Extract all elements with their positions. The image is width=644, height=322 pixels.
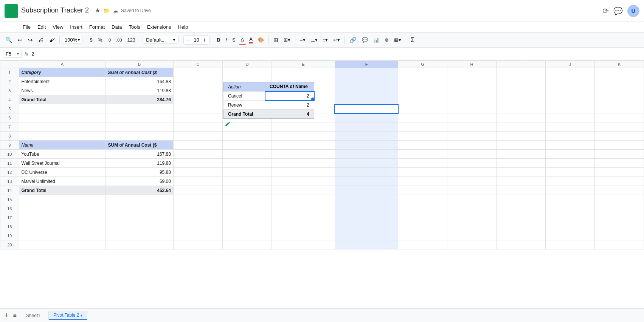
zoom-control[interactable]: 100% ▾	[62, 36, 82, 44]
document-title[interactable]: Subscription Tracker 2	[21, 6, 89, 14]
text-wrap-button[interactable]: ↩▾	[331, 36, 342, 44]
cell-G1[interactable]	[398, 68, 447, 77]
col-header-F[interactable]: F	[335, 61, 398, 68]
cell-J4[interactable]	[545, 95, 594, 104]
pivot-tab-arrow[interactable]: ▾	[81, 313, 82, 317]
menu-tools[interactable]: Tools	[126, 23, 143, 31]
menu-help[interactable]: Help	[175, 23, 191, 31]
cell-B14[interactable]: 452.64	[106, 186, 173, 195]
comment-button[interactable]: 💬	[360, 36, 370, 44]
comment-icon[interactable]: 💬	[613, 6, 623, 15]
cell-C4[interactable]	[173, 95, 222, 104]
col-header-G[interactable]: G	[398, 61, 447, 68]
cell-F5[interactable]	[335, 104, 398, 113]
cell-K1[interactable]	[594, 68, 644, 77]
cell-G5[interactable]	[398, 104, 447, 113]
format-123-button[interactable]: 123	[125, 36, 138, 44]
row-num-1[interactable]: 1	[0, 68, 19, 77]
rotate-button[interactable]: ↕▾	[321, 36, 331, 44]
cell-F1[interactable]	[335, 68, 398, 77]
cell-A2[interactable]: Entertainment	[19, 77, 106, 86]
cell-G3[interactable]	[398, 86, 447, 95]
decimal-dec-button[interactable]: .0	[105, 36, 113, 44]
sheet-list-button[interactable]: ≡	[12, 312, 18, 319]
cell-A5[interactable]	[19, 104, 106, 113]
row-num-2[interactable]: 2	[0, 77, 19, 86]
cell-B3[interactable]: 119.88	[106, 86, 173, 95]
undo-button[interactable]: ↩	[16, 35, 25, 45]
font-size-increase[interactable]: +	[202, 37, 207, 43]
align-button[interactable]: ≡▾	[298, 36, 308, 44]
cell-I4[interactable]	[497, 95, 546, 104]
cloud-icon[interactable]: ☁	[113, 8, 118, 14]
cell-A11[interactable]: Wall Street Journal	[19, 159, 106, 168]
cell-C1[interactable]	[173, 68, 222, 77]
currency-button[interactable]: $	[87, 36, 95, 44]
row-num-12[interactable]: 12	[0, 168, 19, 177]
row-num-4[interactable]: 4	[0, 95, 19, 104]
menu-insert[interactable]: Insert	[67, 23, 85, 31]
cell-A10[interactable]: YouTube	[19, 150, 106, 159]
row-num-17[interactable]: 17	[0, 213, 19, 222]
cell-ref-arrow[interactable]: ▾	[17, 52, 19, 56]
cell-A14[interactable]: Grand Total	[19, 186, 106, 195]
filter-button[interactable]: ⊛	[382, 36, 391, 44]
row-num-5[interactable]: 5	[0, 104, 19, 113]
cell-H2[interactable]	[447, 77, 497, 86]
row-num-14[interactable]: 14	[0, 186, 19, 195]
cell-reference-box[interactable]: F5 ▾	[3, 50, 22, 58]
row-num-20[interactable]: 20	[0, 240, 19, 249]
col-header-A[interactable]: A	[19, 61, 106, 68]
font-size-decrease[interactable]: −	[186, 37, 191, 43]
cell-A1[interactable]: Category	[19, 68, 106, 77]
cell-H4[interactable]	[447, 95, 497, 104]
row-num-9[interactable]: 9	[0, 141, 19, 150]
cell-F3[interactable]	[335, 86, 398, 95]
sheet-tab-pivot-table-2[interactable]: Pivot Table 2 ▾	[48, 311, 88, 320]
redo-button[interactable]: ↪	[26, 35, 35, 45]
pivot-cell-renew-label[interactable]: Renew	[223, 101, 265, 110]
cell-H1[interactable]	[447, 68, 497, 77]
cell-A4[interactable]: Grand Total	[19, 95, 106, 104]
menu-format[interactable]: Format	[86, 23, 108, 31]
sheet-tab-sheet1[interactable]: Sheet1	[20, 311, 47, 320]
add-sheet-button[interactable]: +	[3, 311, 10, 319]
link-button[interactable]: 🔗	[347, 35, 359, 45]
col-header-C[interactable]: C	[173, 61, 222, 68]
cell-D1[interactable]	[222, 68, 272, 77]
font-size-control[interactable]: − 10 +	[183, 36, 209, 45]
text-color-button[interactable]: A	[247, 35, 255, 45]
cell-G2[interactable]	[398, 77, 447, 86]
cell-C2[interactable]	[173, 77, 222, 86]
pivot-cell-cancel-value[interactable]: 2	[265, 91, 314, 101]
formula-input[interactable]	[31, 51, 641, 57]
menu-edit[interactable]: Edit	[34, 23, 49, 31]
pivot-header-action[interactable]: Action	[223, 82, 265, 91]
font-family-selector[interactable]: Default... ▾	[143, 36, 178, 44]
cell-B12[interactable]: 95.88	[106, 168, 173, 177]
cell-E1[interactable]	[272, 68, 335, 77]
pivot-header-counta[interactable]: COUNTA of Name	[265, 82, 314, 91]
fill-color-button[interactable]: 🎨	[256, 36, 266, 44]
col-header-B[interactable]: B	[106, 61, 173, 68]
row-num-13[interactable]: 13	[0, 177, 19, 186]
row-num-16[interactable]: 16	[0, 204, 19, 213]
font-size-value[interactable]: 10	[193, 37, 200, 43]
percent-button[interactable]: %	[95, 36, 104, 44]
cell-B10[interactable]: 167.88	[106, 150, 173, 159]
row-num-11[interactable]: 11	[0, 159, 19, 168]
row-num-10[interactable]: 10	[0, 150, 19, 159]
italic-button[interactable]: I	[223, 36, 229, 44]
pivot-cell-renew-value[interactable]: 2	[265, 101, 314, 110]
cell-K3[interactable]	[594, 86, 644, 95]
cell-A9[interactable]: Name	[19, 141, 106, 150]
underline-button[interactable]: A	[239, 35, 247, 45]
menu-view[interactable]: View	[50, 23, 66, 31]
cell-A3[interactable]: News	[19, 86, 106, 95]
cell-H5[interactable]	[447, 104, 497, 113]
row-num-7[interactable]: 7	[0, 122, 19, 132]
menu-data[interactable]: Data	[109, 23, 125, 31]
cell-I3[interactable]	[497, 86, 546, 95]
cell-B5[interactable]	[106, 104, 173, 113]
chart-button[interactable]: 📊	[371, 36, 382, 44]
